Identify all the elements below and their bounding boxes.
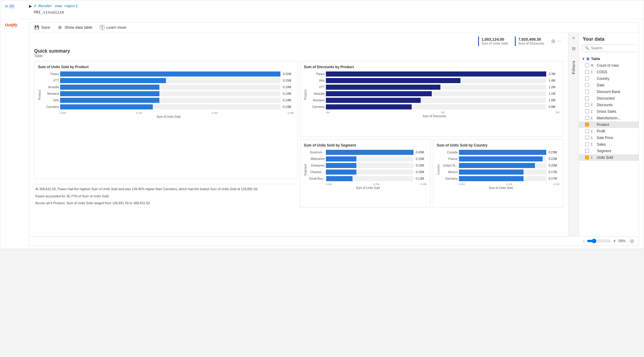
save-icon: 💾 [34,25,39,30]
checkbox-product[interactable]: ✓ [585,123,589,126]
sidebar-title: Your data [579,33,639,44]
quick-summary-subtitle: Table [34,54,563,58]
filter-icon[interactable]: ⊟ [572,46,576,51]
checkbox-country[interactable] [585,77,589,80]
chart2-title: Sum of Discounts by Product [304,65,559,69]
item-label-units-sold: Units Sold [597,155,613,160]
code-function: PBI_visualize [34,10,64,15]
code-comment: # Render new report [34,4,78,8]
item-label-count-rows: Count of rows [597,63,619,68]
checkbox-profit[interactable] [585,129,589,133]
item-label-sale-price: Sale Price [597,136,613,140]
zoom-bar: - + 58% ⊡ [29,236,639,245]
chart3-title: Sum of Units Sold by Segment [304,143,427,147]
chart-discounts-product: Sum of Discounts by Product Product Pase… [300,61,563,137]
sidebar-item-discount-band[interactable]: Discount Band [579,89,639,95]
save-button[interactable]: 💾 Save [34,25,50,30]
item-label-country: Country [597,77,609,81]
item-label-profit: Profit [597,129,605,133]
sidebar-item-manufacturing[interactable]: ΣManufacturin... [579,115,639,121]
stat2-value: 7,920,409.30 [518,37,544,42]
more-options-icon[interactable]: ··· [557,38,561,44]
learn-more-label: Learn more [106,25,126,30]
summary-line1: At 308,631.50, Paseo had the highest Sum… [35,187,296,192]
chart-options[interactable]: ⊞ ··· [551,38,561,44]
stat-bar-2 [515,36,516,46]
checkbox-sales[interactable] [585,142,589,146]
stat1-value: 1,003,124.00 [481,37,508,42]
tree-expand-icon: ∨ [582,57,585,61]
search-icon: 🔍 [585,46,589,50]
report-toolbar: 💾 Save ⊞ Show data table ? Learn more [29,22,639,33]
chart-units-country: Sum of Units Sold by Country Country Can… [433,139,564,208]
chart3-y-axis: Segment [304,150,308,190]
checkbox-segment[interactable] [585,149,589,153]
sidebar-item-profit[interactable]: ΣProfit [579,128,639,135]
sidebar-item-sales[interactable]: ΣSales [579,141,639,148]
item-label-gross-sales: Gross Sales [597,109,616,114]
stat1-label: Sum of Units Sold [481,42,508,45]
cell-input-label: In [9]: [5,3,29,8]
checkbox-manufacturing[interactable] [585,116,589,120]
item-label-discounted: Discounted [597,96,615,100]
sidebar-item-product[interactable]: ✓Product [579,121,639,128]
item-label-date: Date [597,83,604,87]
data-tree: ∨ ⊞ Table ⊞Count of rowsΣCOGSCountryDate… [579,54,639,236]
chart1-title: Sum of Units Sold by Product [38,65,294,69]
checkbox-discounts[interactable] [585,103,589,107]
zoom-minus-button[interactable]: - [583,238,584,244]
item-label-segment: Segment [597,149,611,153]
tree-table-icon: ⊞ [586,57,589,61]
chart4-x-axis: Sum of Units Sold [442,186,560,190]
sidebar-item-discounted[interactable]: Discounted [579,95,639,102]
fit-page-icon[interactable]: ⊡ [630,239,634,243]
learn-more-button[interactable]: ? Learn more [100,25,126,30]
summary-line3: Across all 6 Product, Sum of Units Sold … [35,201,296,206]
chart1-y-axis: Product [38,71,42,118]
item-label-sales: Sales [597,142,606,147]
sidebar-item-count-rows[interactable]: ⊞Count of rows [579,62,639,69]
summary-line2: Paseo accounted for 30.77% of Sum of Uni… [35,194,296,199]
chart4-y-axis: Country [437,150,441,190]
checkbox-sale-price[interactable] [585,136,589,140]
show-data-table-button[interactable]: ⊞ Show data table [57,25,92,30]
zoom-plus-button[interactable]: + [613,238,616,244]
item-label-discount-band: Discount Band [597,90,620,94]
quick-summary-title: Quick summary [34,48,563,54]
checkbox-discount-band[interactable] [585,90,589,94]
checkbox-discounted[interactable] [585,96,589,100]
item-label-discounts: Discounts [597,103,613,107]
search-box[interactable]: 🔍 [582,44,636,52]
chart3-x-axis: Sum of Units Sold [309,186,427,190]
filters-label: Filters [571,60,576,74]
sidebar-item-sale-price[interactable]: ΣSale Price [579,135,639,141]
sidebar-item-units-sold[interactable]: ✓ΣUnits Sold [579,154,639,161]
sidebar-item-date[interactable]: Date [579,82,639,89]
item-label-cogs: COGS [597,70,607,74]
sidebar-item-discounts[interactable]: ΣDiscounts [579,102,639,108]
chart-units-segment: Sum of Units Sold by Segment Segment Gov… [300,139,431,208]
your-data-sidebar: Your data 🔍 ∨ ⊞ Table [579,33,639,236]
chart1-x-axis: Sum of Units Sold [43,115,294,118]
checkbox-units-sold[interactable]: ✓ [585,155,589,159]
tree-table-parent[interactable]: ∨ ⊞ Table [579,56,639,62]
sidebar-item-gross-sales[interactable]: ΣGross Sales [579,108,639,115]
search-input[interactable] [591,46,636,50]
sidebar-item-country[interactable]: Country [579,75,639,82]
collapse-panel-icon[interactable]: « [573,35,575,40]
sidebar-item-cogs[interactable]: ΣCOGS [579,69,639,75]
checkbox-date[interactable] [585,83,589,87]
help-icon: ? [100,25,105,30]
zoom-slider[interactable] [587,239,611,243]
table-icon: ⊞ [57,25,63,30]
chart-type-icon[interactable]: ⊞ [551,38,555,44]
checkbox-count-rows[interactable] [585,63,589,67]
sidebar-item-segment[interactable]: Segment [579,148,639,154]
run-button[interactable]: ▶ [29,4,32,8]
stat-bar-1 [478,36,479,46]
sidebar-items-list: ⊞Count of rowsΣCOGSCountryDateDiscount B… [579,62,639,161]
chart4-title: Sum of Units Sold by Country [437,143,560,147]
checkbox-cogs[interactable] [585,70,589,74]
stat-discounts: 7,920,409.30 Sum of Discounts [515,36,544,46]
checkbox-gross-sales[interactable] [585,109,589,113]
